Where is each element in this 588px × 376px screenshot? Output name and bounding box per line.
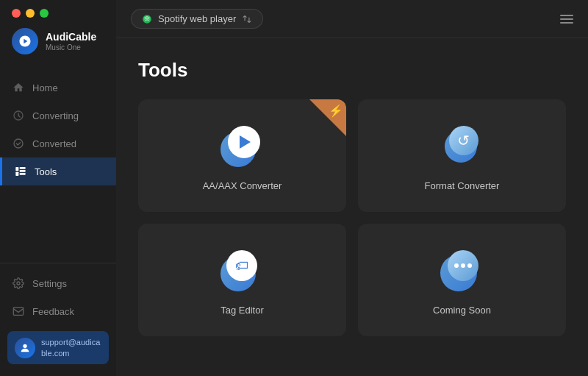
spotify-icon [142,14,152,24]
home-icon [12,81,25,94]
main-content: Spotify web player Tools ⚡ [116,0,588,376]
format-label: Format Converter [425,180,500,191]
aax-icon-wrap [220,126,265,170]
tools-label: Tools [35,166,57,177]
source-selector[interactable]: Spotify web player [131,9,263,29]
coming-soon-icon [440,250,484,294]
user-avatar [15,338,35,358]
converted-icon [12,137,25,150]
feedback-icon [12,305,25,318]
converting-label: Converting [32,110,79,121]
brand-text: AudiCable Music One [46,31,96,52]
brand-name: AudiCable [46,31,96,43]
format-icon-wrap: ↻ [440,126,484,170]
sidebar: AudiCable Music One Home Converting [0,0,116,376]
dots-icon [454,263,472,268]
converted-label: Converted [32,138,76,149]
minimize-button[interactable] [26,9,35,18]
sidebar-nav: Home Converting Converted [0,68,116,263]
tool-card-aax[interactable]: ⚡ AA/AAX Converter [138,99,346,212]
tool-card-coming-soon[interactable]: Coming Soon [358,224,566,336]
close-button[interactable] [12,9,21,18]
premium-badge: ⚡ [309,99,346,136]
tag-icon: 🏷 [220,250,265,294]
content-area: Tools ⚡ AA/AAX Converter [116,38,588,376]
svg-rect-6 [20,173,26,175]
user-email: support@audicable.com [41,337,101,358]
sidebar-item-converting[interactable]: Converting [0,102,116,130]
settings-icon [12,277,25,290]
source-label: Spotify web player [158,13,236,24]
svg-rect-3 [20,167,26,169]
svg-rect-5 [15,172,18,176]
tools-grid: ⚡ AA/AAX Converter [138,99,566,336]
maximize-button[interactable] [40,9,49,18]
svg-rect-4 [20,170,26,172]
sidebar-item-tools[interactable]: Tools [0,157,116,185]
converting-icon [12,109,25,122]
svg-point-7 [17,282,20,285]
svg-rect-8 [13,308,23,316]
sidebar-item-home[interactable]: Home [0,74,116,102]
app-logo [12,28,38,54]
menu-button[interactable] [560,15,573,24]
svg-point-1 [14,139,23,148]
svg-point-9 [23,344,26,347]
tool-card-tag[interactable]: 🏷 Tag Editor [138,224,346,336]
tag-label: Tag Editor [220,305,264,316]
svg-rect-2 [15,167,18,171]
tool-card-format[interactable]: ↻ Format Converter [358,99,566,212]
aax-label: AA/AAX Converter [203,180,282,191]
traffic-lights [0,0,116,26]
brand-subtitle: Music One [46,43,96,52]
coming-soon-icon-wrap [440,250,484,294]
settings-label: Settings [32,278,67,289]
svg-point-10 [143,15,151,24]
topbar: Spotify web player [116,0,588,38]
coming-soon-label: Coming Soon [433,305,491,316]
aax-icon [220,126,265,170]
switch-icon [242,14,252,24]
page-title: Tools [138,59,566,82]
sidebar-item-converted[interactable]: Converted [0,130,116,157]
format-icon: ↻ [440,126,484,170]
sidebar-item-feedback[interactable]: Feedback [0,297,116,325]
home-label: Home [32,82,58,93]
refresh-icon: ↻ [457,132,470,149]
sidebar-bottom: Settings Feedback support@audicable.com [0,263,116,376]
tag-shape-icon: 🏷 [235,258,248,274]
user-profile[interactable]: support@audicable.com [7,331,109,364]
feedback-label: Feedback [32,306,74,317]
tools-icon [14,165,27,178]
tag-icon-wrap: 🏷 [220,250,265,294]
sidebar-item-settings[interactable]: Settings [0,269,116,297]
